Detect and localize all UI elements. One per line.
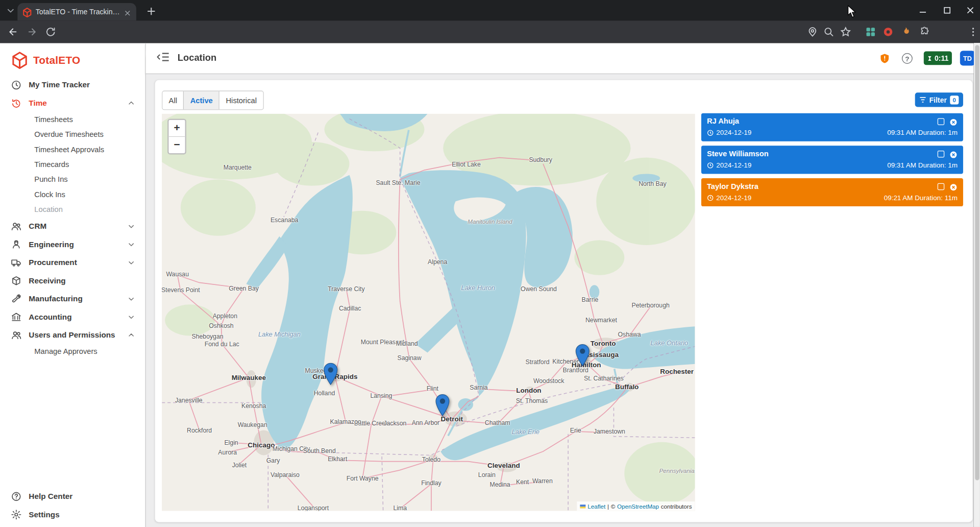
session-time-details: 09:31 AM Duration: 1m [887, 161, 958, 169]
new-tab-button[interactable] [145, 5, 157, 17]
zoom-search-icon[interactable] [823, 26, 835, 37]
users-icon [11, 329, 22, 341]
sidebar-item-label: Time [29, 99, 46, 107]
sidebar-item-label: Timecards [34, 160, 69, 169]
tab-all[interactable]: All [162, 91, 184, 110]
engineering-icon [11, 238, 22, 250]
close-button[interactable] [949, 117, 958, 126]
app-logo[interactable]: TotalETO [11, 51, 80, 69]
tab-close-icon[interactable] [124, 8, 131, 16]
extension-orange-icon[interactable] [900, 26, 911, 37]
sidebar-item-label: Receiving [29, 276, 65, 285]
sidebar-item-my-time-tracker[interactable]: My Time Tracker [0, 76, 145, 94]
map[interactable]: MarquetteSault Ste. MarieElliot LakeSudb… [162, 114, 695, 511]
window-minimize-button[interactable] [913, 3, 932, 17]
extension-grid-icon[interactable] [865, 26, 876, 37]
leaflet-link[interactable]: Leaflet [587, 502, 605, 509]
filter-count-badge: 0 [950, 95, 959, 104]
map-marker-grand-rapids-area[interactable] [323, 363, 338, 385]
chevron-down-icon [126, 239, 136, 249]
sidebar-item-overdue-timesheets[interactable]: Overdue Timesheets [0, 127, 145, 142]
session-name: Steve Williamson [707, 150, 769, 158]
sidebar-item-settings[interactable]: Settings [0, 505, 145, 523]
window-close-button[interactable] [961, 3, 979, 17]
sidebar-item-punch-ins[interactable]: Punch Ins [0, 172, 145, 187]
chevron-up-icon [126, 330, 136, 340]
sidebar-item-location[interactable]: Location [0, 202, 145, 217]
timer-badge[interactable]: 0:11 [924, 51, 952, 65]
sidebar-item-label: Clock Ins [34, 190, 65, 199]
sidebar-collapse-icon[interactable] [157, 53, 169, 63]
stop-button[interactable] [938, 118, 944, 125]
session-card-taylor-dykstra[interactable]: Taylor Dykstra2024-12-1909:21 AM Duratio… [701, 178, 963, 206]
sidebar-item-timesheet-approvals[interactable]: Timesheet Approvals [0, 142, 145, 157]
back-icon[interactable] [8, 26, 19, 37]
close-button[interactable] [949, 182, 958, 190]
location-pin-icon[interactable] [807, 26, 818, 37]
map-marker-detroit-area[interactable] [435, 394, 450, 416]
chevron-down-icon [126, 312, 136, 322]
window-maximize-button[interactable] [938, 3, 957, 17]
browser-window: TotalETO - Time Tracking Geolo [0, 0, 980, 527]
sidebar-item-clock-ins[interactable]: Clock Ins [0, 187, 145, 202]
menu-kebab-icon[interactable] [968, 26, 979, 37]
map-marker-hamilton-area[interactable] [575, 344, 590, 366]
sidebar-item-timecards[interactable]: Timecards [0, 157, 145, 172]
tab-active[interactable]: Active [184, 91, 219, 110]
logo-text: TotalETO [33, 54, 81, 66]
sidebar-nav: My Time TrackerTimeTimesheetsOverdue Tim… [0, 76, 145, 359]
sidebar-item-manufacturing[interactable]: Manufacturing [0, 290, 145, 308]
osm-link[interactable]: OpenStreetMap [617, 502, 659, 509]
session-card-rj-ahuja[interactable]: RJ Ahuja2024-12-1909:31 AM Duration: 1m [701, 113, 963, 141]
alert-shield-icon[interactable] [879, 53, 890, 64]
map-base-layer [162, 114, 695, 511]
sidebar-item-crm[interactable]: CRM [0, 217, 145, 235]
sidebar-item-label: CRM [29, 222, 46, 230]
extensions-puzzle-icon[interactable] [919, 26, 930, 37]
sidebar-item-receiving[interactable]: Receiving [0, 271, 145, 290]
hourglass-icon [927, 55, 933, 61]
sidebar-item-manage-approvers[interactable]: Manage Approvers [0, 344, 145, 358]
attribution-copyright: © [611, 502, 616, 509]
sidebar-item-label: Engineering [29, 240, 74, 249]
view-tabs: AllActiveHistorical [162, 91, 263, 110]
sidebar-item-engineering[interactable]: Engineering [0, 235, 145, 253]
forward-icon[interactable] [26, 26, 37, 37]
history-icon [11, 97, 22, 108]
sidebar-item-timesheets[interactable]: Timesheets [0, 112, 145, 127]
sidebar-item-procurement[interactable]: Procurement [0, 253, 145, 272]
page-scrollbar[interactable] [974, 43, 980, 527]
sidebar-item-help-center[interactable]: Help Center [0, 487, 145, 506]
session-date: 2024-12-19 [716, 194, 751, 202]
totaleto-logo-icon [11, 51, 28, 69]
sidebar: TotalETO My Time TrackerTimeTimesheetsOv… [0, 43, 145, 527]
sidebar-item-accounting[interactable]: Accounting [0, 307, 145, 326]
reload-icon[interactable] [45, 26, 56, 37]
browser-tab[interactable]: TotalETO - Time Tracking Geolo [17, 3, 136, 20]
close-button[interactable] [949, 150, 958, 158]
clock-icon [707, 194, 714, 201]
session-date: 2024-12-19 [716, 161, 751, 169]
session-card-steve-williamson[interactable]: Steve Williamson2024-12-1909:31 AM Durat… [701, 146, 963, 174]
page-title: Location [178, 52, 217, 63]
tab-search-chevron-icon[interactable] [5, 5, 16, 16]
tab-historical[interactable]: Historical [219, 91, 263, 110]
avatar-initials: TD [963, 55, 972, 62]
user-avatar[interactable]: TD [960, 51, 975, 65]
stop-button[interactable] [938, 183, 944, 189]
zoom-out-button[interactable]: − [169, 137, 185, 153]
attribution-divider: | [607, 502, 609, 509]
extension-red-icon[interactable] [883, 26, 894, 37]
filter-label: Filter [929, 96, 947, 104]
scrollbar-thumb[interactable] [975, 45, 979, 480]
stop-button[interactable] [938, 150, 944, 157]
sidebar-item-time[interactable]: Time [0, 94, 145, 112]
sidebar-item-users-and-permissions[interactable]: Users and Permissions [0, 326, 145, 344]
bookmark-star-icon[interactable] [840, 26, 851, 37]
sidebar-item-label: Timesheet Approvals [34, 145, 104, 154]
help-icon[interactable]: ? [902, 53, 913, 64]
sidebar-item-label: Accounting [29, 313, 71, 321]
filter-button[interactable]: Filter 0 [915, 92, 963, 107]
zoom-in-button[interactable]: + [169, 120, 185, 137]
chevron-down-icon [126, 257, 136, 268]
